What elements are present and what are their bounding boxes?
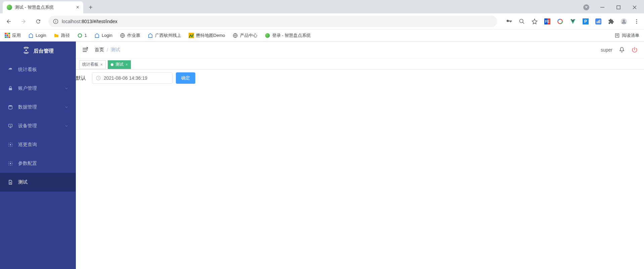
view-tab-dashboard[interactable]: 统计看板 × [79,60,106,69]
sidebar-item-params[interactable]: 参数配置 [0,154,76,173]
svg-point-32 [10,144,11,145]
app-header: 首页 / 测试 super [76,42,644,58]
tab-close-icon[interactable]: × [76,4,79,10]
close-icon[interactable]: × [100,62,103,67]
omnibox-url: localhost:8013/#/test/index [62,19,117,24]
active-dot-icon [111,63,113,66]
svg-rect-0 [600,7,604,8]
svg-point-28 [26,50,27,51]
bookmark-item[interactable]: 广西钦州线上 [148,32,181,39]
username-label[interactable]: super [601,47,612,53]
bookmark-star-icon[interactable] [531,18,538,25]
bookmark-item[interactable]: 懋特地图Demo [189,32,225,39]
chrome-account-circle[interactable] [582,3,591,12]
view-tabs: 统计看板 × 测试 × [76,58,644,70]
lock-icon [7,86,13,91]
ext-vue-icon[interactable] [569,18,576,25]
chevron-down-icon [64,124,68,128]
window-minimize-button[interactable] [598,3,607,12]
site-info-icon[interactable] [53,19,58,24]
chrome-menu-icon[interactable] [633,18,640,25]
datetime-input[interactable]: 2021-08-06 14:36:19 [92,72,172,84]
window-close-button[interactable] [630,3,639,12]
chevron-down-icon [64,86,68,90]
breadcrumb-separator: / [107,47,108,53]
svg-rect-4 [55,20,56,20]
bell-icon[interactable] [618,47,625,53]
sidebar-item-data[interactable]: 数据管理 [0,98,76,117]
sidebar: 后台管理 统计看板 账户管理 数据管理 设备管理 巡更查询 参数配置 [0,42,76,269]
svg-text:FE: FE [545,20,550,23]
breadcrumb: 首页 / 测试 [95,47,120,53]
svg-rect-3 [55,21,56,22]
sidebar-item-label: 参数配置 [18,160,68,166]
bookmark-icon [77,33,83,38]
window-maximize-button[interactable] [614,3,623,12]
sidebar-item-test[interactable]: 测试 [0,173,76,192]
sidebar-item-label: 数据管理 [18,104,60,110]
sidebar-item-label: 设备管理 [18,123,60,129]
globe-icon [120,33,125,38]
bookmark-item[interactable]: Login [94,33,112,38]
reading-list-icon [614,33,620,38]
bookmark-item[interactable]: 作业票 [120,32,140,39]
svg-point-30 [9,105,12,107]
browser-chrome: 测试 - 智慧盘点系统 × + localhost:8013/#/test/in… [0,0,644,42]
bookmark-item[interactable]: 1 [77,33,87,38]
datetime-value: 2021-08-06 14:36:19 [104,75,147,81]
view-tab-label: 统计看板 [82,62,98,67]
ext-p-icon[interactable]: P [582,18,589,25]
reading-list-button[interactable]: 阅读清单 [614,32,639,39]
sidebar-item-label: 巡更查询 [18,142,68,148]
bookmark-favicon [265,33,270,38]
svg-point-20 [636,19,637,20]
key-icon[interactable] [506,18,512,25]
new-tab-button[interactable]: + [86,3,95,12]
gear-icon [7,142,13,147]
bookmark-item[interactable]: 产品中心 [233,32,257,39]
app-root: 后台管理 统计看板 账户管理 数据管理 设备管理 巡更查询 参数配置 [0,42,644,269]
power-icon[interactable] [631,47,638,53]
extensions-icon[interactable] [608,18,614,25]
sidebar-item-device[interactable]: 设备管理 [0,117,76,135]
sidebar-logo[interactable]: 后台管理 [0,42,76,60]
close-icon[interactable]: × [126,62,128,67]
sidebar-item-label: 统计看板 [18,67,68,73]
bookmark-apps[interactable]: 应用 [5,32,21,39]
globe-icon [233,33,238,38]
svg-rect-16 [598,20,599,23]
ext-circle-icon[interactable] [557,18,563,25]
svg-rect-15 [597,21,598,23]
toolbar-right-icons: FE P [506,18,640,25]
breadcrumb-home[interactable]: 首页 [95,47,104,53]
ext-chart-icon[interactable] [595,18,602,25]
device-icon [7,123,13,129]
bookmarks-bar: 应用 Login 路径 1 Login 作业票 广西钦州线上 懋特地图Demo … [0,29,644,42]
sidebar-item-patrol[interactable]: 巡更查询 [0,135,76,154]
hamburger-toggle[interactable] [82,47,89,53]
svg-point-5 [519,19,523,23]
bookmark-icon [94,33,100,38]
sidebar-item-label: 账户管理 [18,85,60,91]
form-label-default: 默认 [76,75,86,81]
omnibox[interactable]: localhost:8013/#/test/index [48,16,497,27]
nav-back-button[interactable] [4,17,13,26]
sidebar-item-account[interactable]: 账户管理 [0,79,76,98]
confirm-button[interactable]: 确定 [176,72,195,84]
nav-forward-button[interactable] [19,17,28,26]
ext-fe-icon[interactable]: FE [544,18,551,25]
browser-tab-active[interactable]: 测试 - 智慧盘点系统 × [3,1,83,13]
bookmark-item[interactable]: 登录 - 智慧盘点系统 [265,32,311,39]
bookmark-item[interactable]: Login [28,33,46,38]
dashboard-icon [7,67,13,72]
nav-reload-button[interactable] [34,17,43,26]
view-tab-test[interactable]: 测试 × [108,60,131,69]
antenna-icon [22,47,30,55]
zoom-icon[interactable] [518,18,525,25]
map-icon [189,33,194,38]
bookmark-item[interactable]: 路径 [54,32,70,39]
profile-avatar-icon[interactable] [621,18,627,25]
sidebar-item-label: 测试 [18,179,68,185]
folder-icon [54,33,59,38]
sidebar-item-dashboard[interactable]: 统计看板 [0,60,76,79]
